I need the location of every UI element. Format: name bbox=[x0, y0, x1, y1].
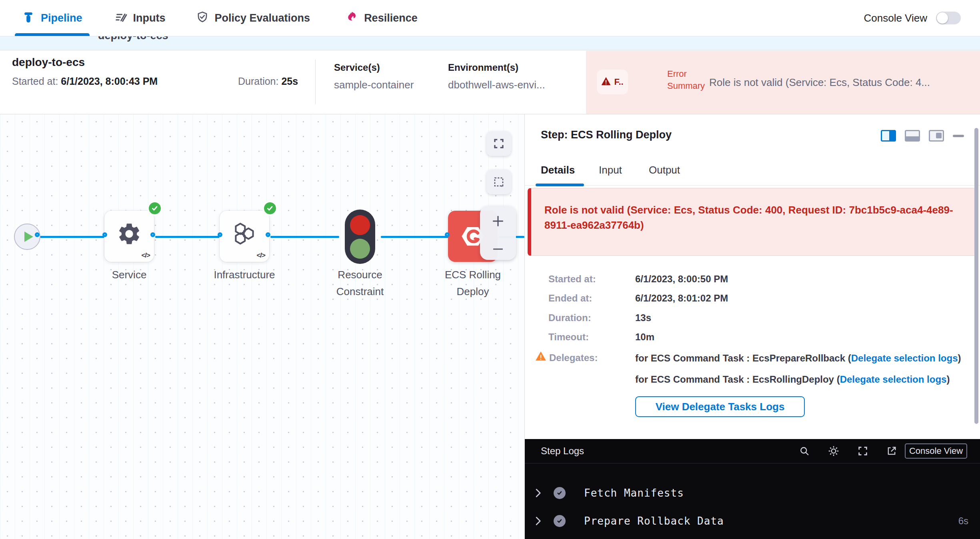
duration: Duration: 25s bbox=[238, 76, 298, 87]
marquee-select-icon bbox=[493, 176, 505, 188]
error-summary-banner: F.. Error Summary Role is not valid (Ser… bbox=[586, 51, 980, 114]
log-open-external-icon[interactable] bbox=[886, 445, 897, 457]
step-logs-toolbar bbox=[799, 439, 897, 463]
pipeline-graph-canvas[interactable]: </> Service </> bbox=[0, 114, 524, 539]
delegate-selection-logs-link[interactable]: Delegate selection logs bbox=[851, 353, 958, 363]
step-error-callout: Role is not valid (Service: Ecs, Status … bbox=[528, 188, 977, 256]
console-view-label: Console View bbox=[864, 12, 927, 24]
error-summary-label: Error Summary bbox=[667, 68, 709, 92]
pipeline-execution-window: Pipeline Inputs Policy Evaluations Resil… bbox=[0, 0, 980, 539]
edge-start-to-service bbox=[39, 236, 107, 238]
header-divider bbox=[315, 60, 316, 104]
active-tab-underline bbox=[15, 33, 90, 36]
detail-value: 13s bbox=[635, 312, 651, 323]
detail-label: Timeout: bbox=[548, 331, 589, 343]
log-section-title: Fetch Manifests bbox=[584, 487, 684, 499]
failed-status-badge: F.. bbox=[597, 70, 628, 94]
panel-scrollbar-thumb[interactable] bbox=[974, 128, 978, 424]
logs-console-view-button[interactable]: Console View bbox=[905, 443, 967, 459]
step-panel-tabs: Details Input Output bbox=[525, 158, 980, 186]
step-logs-title: Step Logs bbox=[541, 445, 584, 457]
error-summary-text: Role is not valid (Service: Ecs, Status … bbox=[709, 76, 976, 89]
duration-value: 25s bbox=[281, 76, 298, 87]
layout-right-panel-icon[interactable] bbox=[929, 130, 944, 142]
traffic-light-red bbox=[350, 215, 370, 235]
success-check-icon bbox=[263, 201, 277, 216]
pipeline-name: deploy-to-ecs bbox=[12, 56, 85, 69]
delegate-task-entry: for ECS Command Task : EcsRollingDeploy … bbox=[635, 373, 974, 386]
log-success-check-icon bbox=[554, 515, 566, 527]
node-resource-constraint[interactable] bbox=[345, 210, 375, 264]
shield-check-icon bbox=[196, 11, 209, 25]
connector-dot bbox=[150, 232, 155, 237]
step-panel-title: Step: ECS Rolling Deploy bbox=[541, 129, 672, 141]
layout-right-split-icon[interactable] bbox=[881, 130, 896, 142]
console-view-control: Console View bbox=[864, 0, 961, 36]
code-view-badge[interactable]: </> bbox=[256, 252, 265, 260]
panel-layout-controls bbox=[881, 130, 964, 142]
delegate-task-text-suffix: ) bbox=[946, 374, 950, 385]
delegate-selection-logs-link[interactable]: Delegate selection logs bbox=[840, 374, 947, 385]
active-step-tab-underline bbox=[536, 184, 584, 186]
chevron-right-icon[interactable] bbox=[534, 516, 542, 526]
services-column: Service(s) sample-container bbox=[334, 62, 414, 91]
log-search-icon[interactable] bbox=[799, 445, 810, 457]
zoom-out-button[interactable] bbox=[491, 246, 505, 252]
delegates-list: for ECS Command Task : EcsPrepareRollbac… bbox=[635, 351, 974, 394]
pipeline-icon bbox=[22, 11, 35, 25]
environments-column: Environment(s) dbothwell-aws-envi... bbox=[448, 62, 545, 91]
console-view-toggle[interactable] bbox=[936, 12, 961, 24]
failed-warning-icon bbox=[601, 77, 611, 87]
tab-output[interactable]: Output bbox=[649, 164, 680, 176]
code-view-badge[interactable]: </> bbox=[141, 252, 150, 260]
canvas-zoom-controls bbox=[480, 206, 516, 260]
log-section-prepare-rollback-data[interactable]: Prepare Rollback Data 6s bbox=[525, 509, 980, 533]
tab-details[interactable]: Details bbox=[541, 164, 575, 176]
scrolled-page-title-strip: deploy-to-ecs bbox=[0, 36, 980, 50]
connector-dot bbox=[218, 232, 222, 237]
detail-value: 6/1/2023, 8:00:50 PM bbox=[635, 273, 728, 285]
services-label: Service(s) bbox=[334, 62, 414, 73]
detail-label: Duration: bbox=[548, 312, 591, 323]
delegate-task-entry: for ECS Command Task : EcsPrepareRollbac… bbox=[635, 351, 974, 365]
delegate-task-text: for ECS Command Task : EcsRollingDeploy … bbox=[635, 374, 840, 385]
canvas-fullscreen-button[interactable] bbox=[486, 131, 511, 156]
traffic-light-green bbox=[350, 239, 370, 259]
tab-inputs-label: Inputs bbox=[133, 12, 166, 24]
duration-label: Duration: bbox=[238, 76, 278, 87]
environments-value[interactable]: dbothwell-aws-envi... bbox=[448, 79, 545, 91]
tab-inputs[interactable]: Inputs bbox=[114, 0, 166, 36]
canvas-marquee-select-button[interactable] bbox=[486, 170, 511, 194]
connector-dot bbox=[35, 232, 40, 237]
delegates-warning-icon bbox=[535, 351, 546, 363]
step-logs-header: Step Logs Console View bbox=[525, 439, 980, 463]
connector-dot bbox=[445, 232, 450, 237]
clipped-pipeline-title: deploy-to-ecs bbox=[98, 36, 168, 42]
detail-label: Started at: bbox=[548, 273, 596, 285]
tab-policy-evaluations[interactable]: Policy Evaluations bbox=[196, 0, 310, 36]
log-section-fetch-manifests[interactable]: Fetch Manifests bbox=[525, 481, 980, 505]
detail-label: Ended at: bbox=[548, 293, 592, 304]
tab-input[interactable]: Input bbox=[599, 164, 622, 176]
minimize-panel-icon[interactable] bbox=[953, 135, 964, 137]
tab-pipeline[interactable]: Pipeline bbox=[22, 0, 82, 36]
view-delegate-tasks-logs-button[interactable]: View Delegate Tasks Logs bbox=[635, 396, 805, 417]
edge-infrastructure-to-resource-constraint bbox=[270, 236, 339, 238]
chevron-right-icon[interactable] bbox=[534, 488, 542, 498]
services-value[interactable]: sample-container bbox=[334, 79, 414, 91]
resilience-icon bbox=[345, 11, 358, 25]
log-fullscreen-icon[interactable] bbox=[857, 445, 868, 457]
failed-status-text: F.. bbox=[614, 77, 623, 87]
zoom-in-button[interactable] bbox=[491, 214, 505, 228]
node-infrastructure[interactable]: </> bbox=[220, 211, 269, 262]
node-service[interactable]: </> bbox=[104, 211, 154, 262]
tab-resilience[interactable]: Resilience bbox=[345, 0, 418, 36]
node-resource-constraint-label: Resource Constraint bbox=[316, 266, 404, 300]
log-settings-gear-icon[interactable] bbox=[828, 445, 840, 457]
started-at-label: Started at: bbox=[12, 76, 58, 87]
environments-label: Environment(s) bbox=[448, 62, 545, 73]
edge-service-to-infrastructure bbox=[155, 236, 222, 238]
layout-bottom-split-icon[interactable] bbox=[905, 130, 920, 142]
tab-pipeline-label: Pipeline bbox=[41, 12, 82, 24]
log-section-duration: 6s bbox=[958, 515, 968, 527]
